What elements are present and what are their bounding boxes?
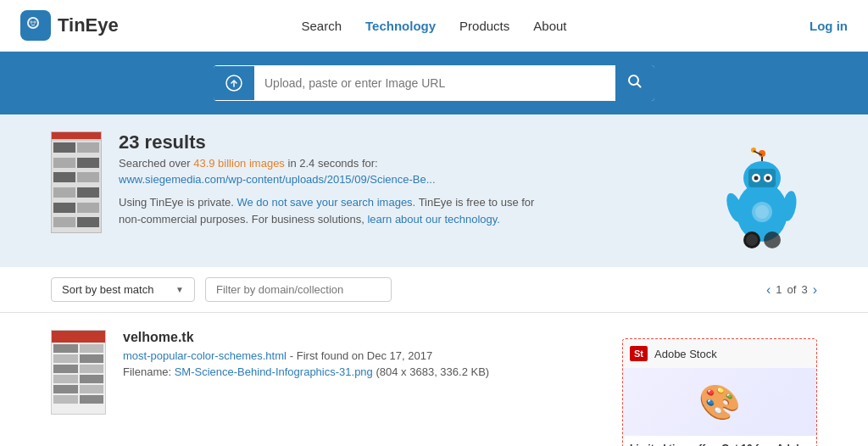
nav-technology[interactable]: Technology: [365, 19, 436, 33]
ad-header: St Adobe Stock: [623, 339, 816, 368]
nav-about[interactable]: About: [533, 19, 566, 33]
sort-label: Sort by best match: [62, 283, 153, 296]
table-row: velhome.tk most-popular-color-schemes.ht…: [51, 313, 817, 446]
search-bar: [214, 65, 654, 101]
privacy-link[interactable]: We do not save your search images.: [236, 196, 415, 209]
login-button[interactable]: Log in: [810, 19, 848, 33]
dimensions-1: (804 x 3683, 336.2 KB): [376, 365, 489, 378]
results-meta: Searched over 43.9 billion images in 2.4…: [119, 157, 690, 170]
header: TinEye Search Technology Products About …: [0, 0, 868, 52]
result-link-1[interactable]: most-popular-color-schemes.html: [123, 349, 287, 362]
logo-icon: [20, 10, 51, 41]
pagination-total: 3: [801, 283, 807, 296]
technology-link[interactable]: learn about our technology.: [367, 213, 500, 226]
filename-label-1: Filename:: [123, 365, 171, 378]
ad-image: 🎨: [623, 368, 816, 436]
result-filename-1: Filename: SM-Science-Behind-Infographics…: [123, 365, 605, 378]
prev-page-button[interactable]: ‹: [766, 282, 771, 298]
privacy-suffix: TinEye is free to use for: [419, 196, 535, 209]
svg-point-5: [34, 21, 35, 22]
result-date-1: First found on Dec 17, 2017: [297, 349, 432, 362]
result-info-1: velhome.tk most-popular-color-schemes.ht…: [123, 330, 605, 378]
svg-point-22: [746, 234, 758, 246]
privacy-line2: non-commercial purposes. For business so…: [119, 213, 364, 226]
svg-point-4: [31, 21, 31, 22]
upload-button[interactable]: [214, 66, 254, 100]
controls-bar: Sort by best match ▼ ‹ 1 of 3 ›: [0, 267, 868, 313]
svg-point-14: [766, 176, 771, 181]
pagination: ‹ 1 of 3 ›: [766, 282, 817, 298]
results-list: velhome.tk most-popular-color-schemes.ht…: [0, 313, 868, 446]
result-domain-1: velhome.tk: [123, 330, 605, 345]
meta-prefix: Searched over: [119, 157, 191, 170]
meta-suffix: in 2.4 seconds for:: [288, 157, 378, 170]
pagination-of: of: [787, 283, 797, 296]
result-thumbnail-1: [51, 330, 106, 415]
chevron-down-icon: ▼: [175, 285, 184, 294]
filter-input[interactable]: [205, 277, 392, 302]
ad-illustration: 🎨: [698, 382, 741, 422]
sort-dropdown[interactable]: Sort by best match ▼: [51, 277, 195, 302]
search-submit-button[interactable]: [615, 65, 654, 101]
nav-products[interactable]: Products: [459, 19, 509, 33]
nav-search[interactable]: Search: [302, 19, 342, 33]
results-count: 23 results: [119, 131, 690, 153]
svg-point-23: [764, 231, 781, 248]
search-section: [0, 52, 868, 114]
privacy-prefix: Using TinEye is private.: [119, 196, 234, 209]
results-summary: 23 results Searched over 43.9 billion im…: [0, 114, 868, 267]
ad-brand: Adobe Stock: [654, 348, 717, 360]
privacy-note: Using TinEye is private. We do not save …: [119, 194, 690, 227]
logo-text: TinEye: [58, 14, 119, 36]
filename-link-1[interactable]: SM-Science-Behind-Infographics-31.png: [175, 365, 373, 378]
next-page-button[interactable]: ›: [813, 282, 817, 298]
query-url[interactable]: www.siegemedia.com/wp-content/uploads/20…: [119, 173, 690, 186]
logo[interactable]: TinEye: [20, 10, 119, 41]
search-input[interactable]: [254, 68, 615, 98]
svg-point-13: [754, 176, 759, 181]
ad-headline: Limited time offer: Get 10 free Adobe St…: [623, 436, 816, 446]
advertisement: St Adobe Stock 🎨 Limited time offer: Get…: [622, 338, 817, 446]
main-nav: Search Technology Products About: [302, 19, 567, 33]
image-count-link[interactable]: 43.9 billion images: [193, 157, 285, 170]
pagination-current: 1: [776, 283, 782, 296]
ad-logo: St: [630, 346, 648, 361]
robot-illustration: [707, 131, 817, 250]
results-info: 23 results Searched over 43.9 billion im…: [119, 131, 690, 227]
query-thumbnail: [51, 131, 102, 233]
svg-point-25: [755, 205, 769, 219]
